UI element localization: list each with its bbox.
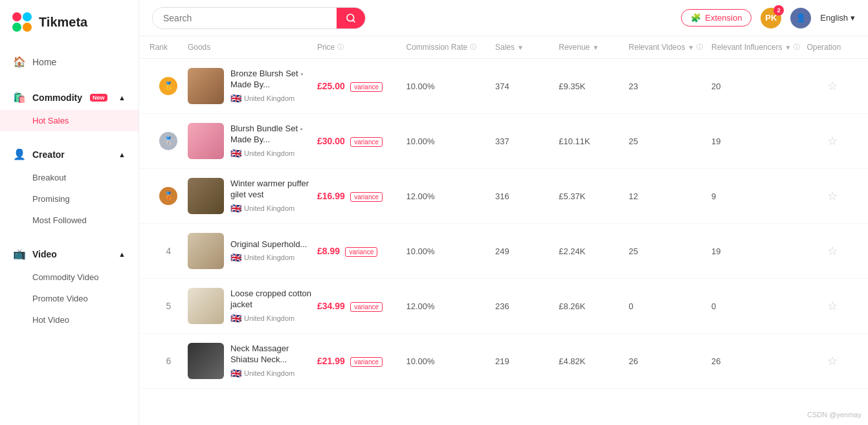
video-chevron: ▲: [118, 250, 126, 258]
flag-icon: 🇬🇧: [230, 252, 241, 263]
nav-promote-video[interactable]: Promote Video: [0, 288, 139, 309]
product-name: Bronze Blursh Set - Made By...: [230, 69, 317, 91]
product-image[interactable]: [188, 68, 224, 104]
rel-videos-value: 26: [629, 356, 638, 366]
col-operation: ☆: [807, 134, 858, 148]
sales-value: 337: [495, 136, 509, 146]
product-origin: 🇬🇧 United Kingdom: [230, 252, 307, 263]
extension-label: Extension: [705, 13, 742, 23]
price-value: £8.99: [317, 246, 340, 256]
extension-button[interactable]: 🧩 Extension: [681, 9, 751, 27]
product-origin: 🇬🇧 United Kingdom: [230, 313, 317, 323]
nav-hot-video[interactable]: Hot Video: [0, 309, 139, 331]
search-button[interactable]: [337, 8, 365, 28]
col-revenue: £5.37K: [559, 191, 629, 201]
col-revenue: £2.24K: [559, 246, 629, 256]
favorite-button[interactable]: ☆: [827, 299, 838, 313]
rel-influencers-value: 19: [711, 136, 720, 146]
home-icon: 🏠: [13, 56, 26, 68]
revenue-value: £5.37K: [559, 191, 585, 201]
col-price: £34.99 variance: [317, 300, 406, 312]
col-rank: 🥉: [150, 187, 188, 205]
nav-section-commodity: 🛍️ Commodity New ▲ Hot Sales: [0, 80, 139, 136]
nav-commodity-header[interactable]: 🛍️ Commodity New ▲: [0, 85, 139, 110]
nav-most-followed[interactable]: Most Followed: [0, 210, 139, 231]
commission-value: 12.00%: [406, 301, 434, 311]
rank-number-5: 5: [166, 301, 172, 311]
nav-creator-header[interactable]: 👤 Creator ▲: [0, 142, 139, 167]
nav-home[interactable]: 🏠 Home: [0, 49, 139, 74]
rel-videos-value: 25: [629, 246, 638, 256]
col-rank: 🥈: [150, 132, 188, 150]
search-input[interactable]: [153, 8, 337, 28]
nav-video-header[interactable]: 📺 Video ▲: [0, 241, 139, 267]
rank-number-4: 4: [166, 246, 172, 256]
col-commission: 10.00%: [406, 246, 495, 256]
price-value: £25.00: [317, 81, 345, 91]
favorite-button[interactable]: ☆: [827, 79, 838, 93]
col-rel-influencers: 19: [711, 246, 807, 256]
rank-number-6: 6: [166, 356, 172, 366]
col-rel-videos: 0: [629, 301, 711, 311]
rel-influencers-value: 0: [711, 301, 716, 311]
col-rel-videos: 25: [629, 136, 711, 146]
origin-text: United Kingdom: [244, 314, 295, 322]
sales-value: 249: [495, 246, 509, 256]
product-image[interactable]: [188, 123, 224, 159]
th-sales[interactable]: Sales ▼: [495, 43, 559, 52]
variance-badge: variance: [350, 357, 383, 367]
nav-section-creator: 👤 Creator ▲ Breakout Promising Most Foll…: [0, 136, 139, 236]
logo-text: Tikmeta: [39, 15, 87, 30]
commission-info-icon[interactable]: ⓘ: [470, 43, 476, 52]
creator-icon: 👤: [13, 148, 26, 160]
table-row: 5 Loose cropped cotton jacket 🇬🇧 United …: [139, 279, 868, 334]
rel-influencers-info-icon[interactable]: ⓘ: [794, 43, 800, 52]
svg-point-0: [12, 12, 21, 21]
video-label: Video: [32, 249, 57, 259]
col-commission: 10.00%: [406, 82, 495, 91]
col-sales: 236: [495, 301, 559, 311]
nav-promising[interactable]: Promising: [0, 188, 139, 210]
product-info: Original Superhold... 🇬🇧 United Kingdom: [230, 239, 307, 263]
product-image[interactable]: [188, 343, 224, 379]
language-selector[interactable]: English ▾: [820, 13, 855, 23]
favorite-button[interactable]: ☆: [827, 189, 838, 203]
favorite-button[interactable]: ☆: [827, 354, 838, 368]
col-price: £16.99 variance: [317, 190, 406, 202]
origin-text: United Kingdom: [244, 149, 295, 157]
rank-medal-2: 🥈: [159, 132, 177, 150]
product-image[interactable]: [188, 288, 224, 324]
notification-badge: 2: [773, 5, 784, 16]
avatar-pk[interactable]: PK 2: [761, 8, 781, 28]
col-commission: 10.00%: [406, 136, 495, 146]
creator-label: Creator: [32, 149, 65, 160]
col-sales: 316: [495, 191, 559, 201]
flag-icon: 🇬🇧: [230, 368, 241, 378]
favorite-button[interactable]: ☆: [827, 134, 838, 148]
product-image[interactable]: [188, 178, 224, 214]
price-info-icon[interactable]: ⓘ: [337, 43, 344, 52]
commission-value: 10.00%: [406, 246, 434, 256]
sales-sort-icon: ▼: [517, 44, 524, 51]
col-sales: 374: [495, 82, 559, 91]
table-header: Rank Goods Price ⓘ Commission Rate ⓘ Sal…: [139, 36, 868, 59]
main-area: 🧩 Extension PK 2 👤 English ▾ Rank: [139, 0, 868, 425]
th-revenue[interactable]: Revenue ▼: [559, 43, 629, 52]
origin-text: United Kingdom: [244, 254, 295, 261]
product-info: Blursh Bundle Set - Made By... 🇬🇧 United…: [230, 124, 317, 158]
rel-videos-info-icon[interactable]: ⓘ: [696, 43, 703, 52]
nav-hot-sales[interactable]: Hot Sales: [0, 110, 139, 131]
product-image[interactable]: [188, 233, 224, 269]
th-relevant-videos: Relevant Videos ▼ ⓘ: [629, 43, 711, 52]
commodity-label: Commodity: [32, 93, 82, 103]
commission-value: 10.00%: [406, 82, 434, 91]
topbar-right: 🧩 Extension PK 2 👤 English ▾: [681, 8, 855, 28]
avatar-user[interactable]: 👤: [790, 8, 811, 28]
logo-icon: [10, 10, 34, 34]
col-rel-influencers: 26: [711, 356, 807, 366]
nav-breakout[interactable]: Breakout: [0, 167, 139, 188]
price-value: £16.99: [317, 191, 345, 201]
revenue-value: £8.26K: [559, 301, 585, 311]
nav-commodity-video[interactable]: Commodity Video: [0, 267, 139, 288]
favorite-button[interactable]: ☆: [827, 244, 838, 258]
